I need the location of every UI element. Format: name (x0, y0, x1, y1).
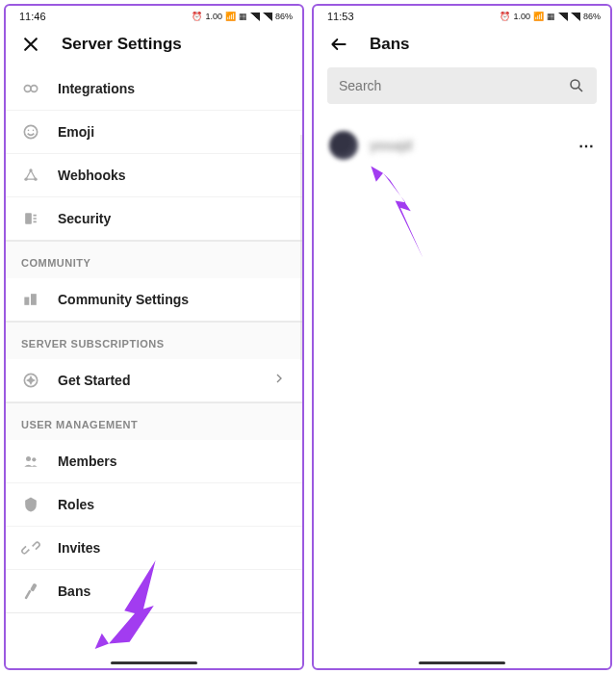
section-user-management: USER MANAGEMENT (6, 402, 302, 440)
status-time: 11:53 (327, 11, 354, 22)
row-label: Invites (58, 540, 287, 556)
status-bar: 11:46 ⏰ 1.00 📶 ▦ 86% (6, 6, 302, 25)
scrollbar[interactable] (300, 135, 302, 360)
alarm-icon: ⏰ (500, 12, 510, 21)
ban-username: yosajd (370, 138, 567, 153)
chevron-right-icon (271, 371, 287, 390)
more-button[interactable]: ⋯ (578, 137, 595, 155)
section-subscriptions: SERVER SUBSCRIPTIONS (6, 322, 302, 359)
community-icon (21, 290, 40, 309)
members-icon (21, 452, 40, 471)
pointer-arrow (348, 156, 435, 272)
header: Server Settings (6, 25, 302, 67)
home-indicator[interactable] (419, 661, 505, 664)
svg-point-3 (28, 130, 30, 132)
getstarted-icon (21, 371, 40, 390)
emoji-icon (21, 122, 40, 142)
row-label: Members (58, 454, 287, 469)
vibrate-icon: ▦ (239, 12, 247, 21)
webhooks-icon (21, 166, 40, 185)
ban-list: yosajd ⋯ (314, 117, 610, 173)
svg-point-0 (24, 86, 31, 92)
security-icon (21, 209, 40, 228)
svg-rect-9 (24, 298, 29, 305)
row-integrations[interactable]: Integrations (6, 67, 302, 111)
row-label: Emoji (58, 124, 287, 140)
roles-icon (21, 495, 40, 514)
page-title: Server Settings (62, 35, 182, 54)
row-security[interactable]: Security (6, 197, 302, 241)
arrow-left-icon (329, 35, 348, 54)
section-community: COMMUNITY (6, 241, 302, 278)
row-invites[interactable]: Invites (6, 527, 302, 570)
page-title: Bans (370, 35, 410, 54)
svg-point-12 (26, 456, 31, 461)
right-phone: 11:53 ⏰ 1.00 📶 ▦ 86% Bans yosajd ⋯ (312, 4, 612, 670)
svg-point-1 (31, 86, 38, 92)
signal-icon (558, 13, 568, 21)
row-bans[interactable]: Bans (6, 570, 302, 613)
svg-rect-10 (31, 294, 37, 305)
status-bar: 11:53 ⏰ 1.00 📶 ▦ 86% (314, 6, 610, 25)
settings-list: Integrations Emoji Webhooks Security COM… (6, 67, 302, 668)
status-time: 11:46 (19, 11, 46, 22)
status-icons: ⏰ 1.00 📶 ▦ 86% (500, 12, 601, 21)
row-label: Integrations (58, 81, 287, 96)
close-button[interactable] (21, 35, 40, 54)
vibrate-icon: ▦ (547, 12, 555, 21)
signal-icon (250, 13, 260, 21)
home-indicator[interactable] (111, 661, 197, 664)
row-roles[interactable]: Roles (6, 483, 302, 527)
net-speed: 1.00 (513, 12, 530, 21)
close-icon (21, 35, 40, 54)
bans-icon (21, 582, 40, 601)
svg-point-4 (33, 130, 35, 132)
row-label: Webhooks (58, 168, 287, 183)
search-input[interactable] (339, 78, 560, 93)
wifi-icon: 📶 (225, 12, 236, 21)
row-label: Security (58, 211, 287, 226)
ban-row[interactable]: yosajd ⋯ (327, 123, 597, 168)
svg-rect-8 (25, 213, 32, 224)
row-label: Get Started (58, 373, 254, 388)
svg-point-2 (24, 125, 37, 138)
row-community-settings[interactable]: Community Settings (6, 278, 302, 322)
search-icon (568, 77, 585, 94)
status-icons: ⏰ 1.00 📶 ▦ 86% (192, 12, 293, 21)
battery-text: 86% (275, 12, 293, 21)
row-label: Bans (58, 583, 287, 599)
row-label: Roles (58, 497, 287, 512)
wifi-icon: 📶 (533, 12, 544, 21)
invites-icon (21, 538, 40, 557)
integrations-icon (21, 79, 40, 98)
svg-rect-14 (30, 583, 38, 591)
svg-point-13 (32, 457, 36, 461)
alarm-icon: ⏰ (192, 12, 202, 21)
search-box[interactable] (327, 67, 597, 104)
signal-icon-2 (571, 13, 580, 21)
back-button[interactable] (329, 35, 348, 54)
svg-rect-15 (24, 590, 31, 600)
left-phone: 11:46 ⏰ 1.00 📶 ▦ 86% Server Settings Int… (4, 4, 304, 670)
row-members[interactable]: Members (6, 440, 302, 483)
row-webhooks[interactable]: Webhooks (6, 154, 302, 197)
row-emoji[interactable]: Emoji (6, 111, 302, 154)
header: Bans (314, 25, 610, 67)
row-get-started[interactable]: Get Started (6, 359, 302, 402)
net-speed: 1.00 (205, 12, 222, 21)
signal-icon-2 (263, 13, 272, 21)
battery-text: 86% (583, 12, 601, 21)
avatar (329, 131, 358, 160)
svg-point-16 (571, 80, 579, 89)
row-label: Community Settings (58, 292, 287, 307)
